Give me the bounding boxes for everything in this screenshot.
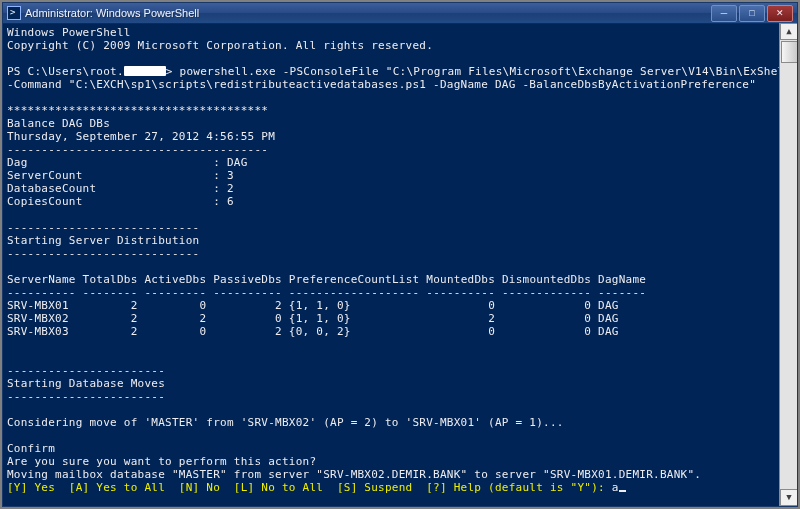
r2-dag: DAG [598, 325, 619, 338]
dbcount-value: 2 [227, 182, 234, 195]
r2-passive: 2 [275, 325, 282, 338]
hdash-active: --------- [144, 286, 206, 299]
r2-total: 2 [131, 325, 138, 338]
r0-dismounted: 0 [584, 299, 591, 312]
r2-active: 0 [199, 325, 206, 338]
minimize-button[interactable]: ─ [711, 5, 737, 22]
terminal-output[interactable]: Windows PowerShell Copyright (C) 2009 Mi… [3, 24, 797, 506]
r1-dismounted: 0 [584, 312, 591, 325]
confirm-options: [Y] Yes [A] Yes to All [N] No [L] No to … [7, 481, 612, 494]
r0-active: 0 [199, 299, 206, 312]
hdr-passive: PassiveDbs [213, 273, 282, 286]
confirm-title: Confirm [7, 442, 55, 455]
prompt-prefix: PS C:\Users\root. [7, 65, 124, 78]
hdash-dismounted: ------------- [502, 286, 591, 299]
r1-pref: {1, 1, 0} [289, 312, 351, 325]
copies-label: CopiesCount [7, 195, 83, 208]
consider-line: Considering move of 'MASTER' from 'SRV-M… [7, 416, 564, 429]
close-button[interactable]: ✕ [767, 5, 793, 22]
dashes-med: ----------------------- [7, 364, 165, 377]
dag-label: Dag [7, 156, 28, 169]
timestamp: Thursday, September 27, 2012 4:56:55 PM [7, 130, 275, 143]
header-line1: Windows PowerShell [7, 26, 131, 39]
dashes-med2: ----------------------- [7, 390, 165, 403]
hdr-pref: PreferenceCountList [289, 273, 420, 286]
title-bar[interactable]: Administrator: Windows PowerShell ─ □ ✕ [3, 3, 797, 24]
hdash-passive: ---------- [213, 286, 282, 299]
confirm-question: Are you sure you want to perform this ac… [7, 455, 316, 468]
copies-value: 6 [227, 195, 234, 208]
scroll-thumb[interactable] [781, 41, 797, 63]
r0-passive: 2 [275, 299, 282, 312]
r2-server: SRV-MBX03 [7, 325, 69, 338]
vertical-scrollbar[interactable]: ▲ ▼ [779, 23, 797, 506]
r1-dag: DAG [598, 312, 619, 325]
maximize-button[interactable]: □ [739, 5, 765, 22]
scroll-up-button[interactable]: ▲ [780, 23, 797, 40]
command-line1: > powershell.exe -PSConsoleFile "C:\Prog… [166, 65, 797, 78]
r0-total: 2 [131, 299, 138, 312]
r0-pref: {1, 1, 0} [289, 299, 351, 312]
r2-mounted: 0 [488, 325, 495, 338]
hdash-mounted: ---------- [426, 286, 495, 299]
hdash-dag: ------- [598, 286, 646, 299]
r1-passive: 0 [275, 312, 282, 325]
hdr-dismounted: DismountedDbs [502, 273, 591, 286]
window-title: Administrator: Windows PowerShell [25, 7, 709, 20]
hdr-total: TotalDbs [83, 273, 138, 286]
cursor-icon [619, 490, 626, 492]
redacted-username [124, 66, 166, 76]
r1-total: 2 [131, 312, 138, 325]
hdr-server: ServerName [7, 273, 76, 286]
servercount-value: 3 [227, 169, 234, 182]
hdr-mounted: MountedDbs [426, 273, 495, 286]
servercount-label: ServerCount [7, 169, 83, 182]
hdash-pref: ------------------- [289, 286, 420, 299]
header-line2: Copyright (C) 2009 Microsoft Corporation… [7, 39, 433, 52]
r1-active: 2 [199, 312, 206, 325]
dashes-sep: -------------------------------------- [7, 143, 268, 156]
hdash-server: ---------- [7, 286, 76, 299]
balance-title: Balance DAG DBs [7, 117, 110, 130]
confirm-moving: Moving mailbox database "MASTER" from se… [7, 468, 701, 481]
command-line2: -Command "C:\EXCH\sp1\scripts\redistribu… [7, 78, 756, 91]
section2-title: Starting Database Moves [7, 377, 165, 390]
hdr-active: ActiveDbs [144, 273, 206, 286]
r1-mounted: 2 [488, 312, 495, 325]
section1-title: Starting Server Distribution [7, 234, 199, 247]
user-input[interactable]: a [612, 481, 619, 494]
dashes-long2: ---------------------------- [7, 247, 199, 260]
hdash-total: -------- [83, 286, 138, 299]
r1-server: SRV-MBX02 [7, 312, 69, 325]
r0-server: SRV-MBX01 [7, 299, 69, 312]
powershell-window: Administrator: Windows PowerShell ─ □ ✕ … [2, 2, 798, 507]
r0-dag: DAG [598, 299, 619, 312]
app-icon [7, 6, 21, 20]
dashes-long: ---------------------------- [7, 221, 199, 234]
r2-dismounted: 0 [584, 325, 591, 338]
r2-pref: {0, 0, 2} [289, 325, 351, 338]
hdr-dag: DagName [598, 273, 646, 286]
r0-mounted: 0 [488, 299, 495, 312]
dag-value: DAG [227, 156, 248, 169]
stars-sep: ************************************** [7, 104, 268, 117]
scroll-down-button[interactable]: ▼ [780, 489, 797, 506]
dbcount-label: DatabaseCount [7, 182, 96, 195]
